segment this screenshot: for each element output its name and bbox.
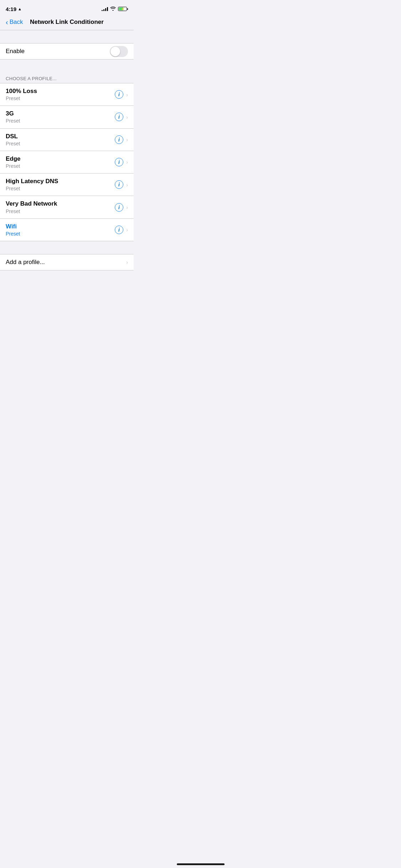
profile-item[interactable]: High Latency DNS Preset i ›	[0, 174, 134, 196]
status-time: 4:19 ▲	[6, 6, 22, 12]
profile-subtitle: Preset	[6, 208, 115, 215]
profile-actions: i ›	[115, 203, 128, 212]
info-button[interactable]: i	[115, 203, 123, 212]
profile-actions: i ›	[115, 135, 128, 144]
profile-text: 3G Preset	[6, 110, 115, 124]
profile-name: High Latency DNS	[6, 177, 115, 185]
profile-chevron-icon: ›	[126, 182, 128, 188]
profile-chevron-icon: ›	[126, 227, 128, 233]
profile-item[interactable]: 3G Preset i ›	[0, 106, 134, 128]
profile-chevron-icon: ›	[126, 159, 128, 165]
profile-actions: i ›	[115, 158, 128, 166]
profile-actions: i ›	[115, 113, 128, 121]
section-header-text: CHOOSE A PROFILE...	[6, 76, 57, 81]
profile-chevron-icon: ›	[126, 114, 128, 120]
info-button[interactable]: i	[115, 113, 123, 121]
profile-text: High Latency DNS Preset	[6, 177, 115, 192]
info-button[interactable]: i	[115, 226, 123, 234]
enable-section: Enable	[0, 43, 134, 60]
page-title: Network Link Conditioner	[6, 19, 128, 26]
enable-label: Enable	[6, 48, 25, 55]
bottom-padding	[0, 270, 134, 299]
profile-actions: i ›	[115, 226, 128, 234]
status-bar: 4:19 ▲ ⚡	[0, 0, 134, 16]
profile-name: Very Bad Network	[6, 200, 115, 208]
profile-subtitle: Preset	[6, 95, 115, 102]
battery-icon: ⚡	[118, 7, 128, 11]
profile-text: DSL Preset	[6, 133, 115, 147]
profile-chevron-icon: ›	[126, 204, 128, 210]
profile-text: 100% Loss Preset	[6, 87, 115, 102]
profile-subtitle: Preset	[6, 231, 115, 237]
profile-name: 3G	[6, 110, 115, 118]
toggle-knob	[110, 47, 120, 56]
profile-subtitle: Preset	[6, 140, 115, 147]
add-profile-chevron-icon: ›	[126, 259, 128, 265]
profile-item[interactable]: Wifi Preset i ›	[0, 219, 134, 241]
location-icon: ▲	[18, 7, 22, 11]
add-profile-row[interactable]: Add a profile... ›	[0, 254, 134, 270]
profile-item[interactable]: 100% Loss Preset i ›	[0, 83, 134, 106]
profile-subtitle: Preset	[6, 163, 115, 169]
info-button[interactable]: i	[115, 180, 123, 189]
profile-text: Wifi Preset	[6, 223, 115, 237]
profile-name: Wifi	[6, 223, 115, 231]
profile-item[interactable]: DSL Preset i ›	[0, 129, 134, 151]
profile-actions: i ›	[115, 180, 128, 189]
enable-row: Enable	[0, 43, 134, 59]
profile-section-header: CHOOSE A PROFILE...	[0, 72, 134, 83]
profile-chevron-icon: ›	[126, 92, 128, 98]
add-profile-section: Add a profile... ›	[0, 254, 134, 270]
profile-subtitle: Preset	[6, 185, 115, 192]
wifi-icon	[110, 6, 116, 12]
profile-chevron-icon: ›	[126, 136, 128, 143]
add-profile-label: Add a profile...	[6, 259, 45, 266]
signal-icon	[102, 7, 108, 11]
profile-actions: i ›	[115, 90, 128, 99]
info-button[interactable]: i	[115, 135, 123, 144]
bottom-spacer	[0, 241, 134, 254]
top-spacer	[0, 30, 134, 43]
profile-text: Edge Preset	[6, 155, 115, 169]
profile-name: Edge	[6, 155, 115, 163]
profile-text: Very Bad Network Preset	[6, 200, 115, 214]
profile-subtitle: Preset	[6, 118, 115, 124]
profile-name: DSL	[6, 133, 115, 140]
status-icons: ⚡	[102, 6, 128, 12]
enable-toggle[interactable]	[110, 46, 128, 57]
profile-name: 100% Loss	[6, 87, 115, 95]
profile-list: 100% Loss Preset i › 3G Preset i › DSL P…	[0, 83, 134, 241]
info-button[interactable]: i	[115, 158, 123, 166]
info-button[interactable]: i	[115, 90, 123, 99]
nav-bar: ‹ Back Network Link Conditioner	[0, 16, 134, 30]
middle-spacer	[0, 60, 134, 72]
time-display: 4:19	[6, 6, 16, 12]
profile-item[interactable]: Edge Preset i ›	[0, 151, 134, 174]
profile-item[interactable]: Very Bad Network Preset i ›	[0, 196, 134, 218]
